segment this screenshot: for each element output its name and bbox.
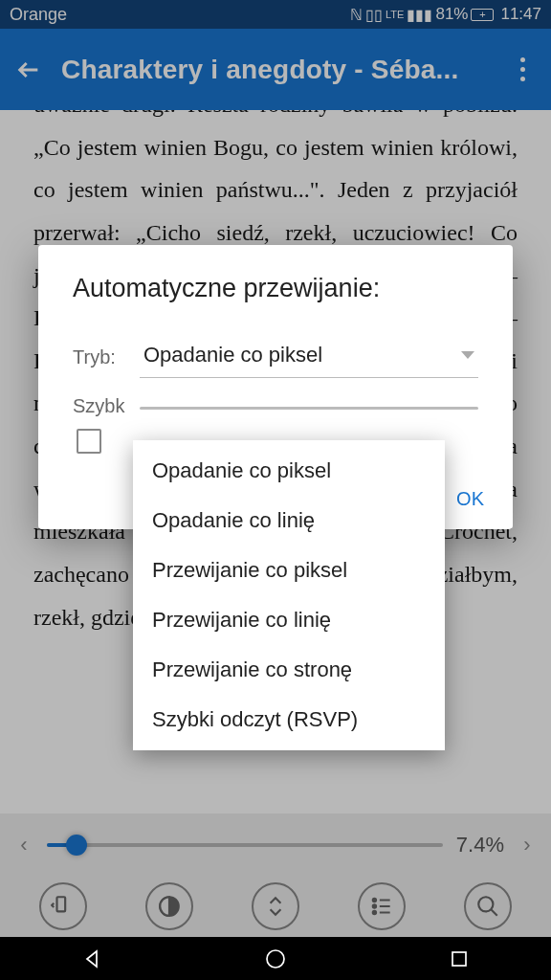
svg-rect-7 (452, 952, 466, 966)
nav-back-icon[interactable] (80, 947, 103, 970)
mode-dropdown: Opadanie co piksel Opadanie co linię Prz… (133, 440, 445, 750)
dropdown-option[interactable]: Opadanie co piksel (133, 446, 445, 496)
chevron-down-icon (461, 351, 474, 359)
speed-label: Szybk (73, 395, 140, 417)
speed-slider[interactable] (140, 407, 478, 410)
speed-row: Szybk (38, 395, 513, 429)
mode-row: Tryb: Opadanie co piksel (38, 337, 513, 395)
svg-point-6 (267, 950, 284, 968)
dropdown-option[interactable]: Opadanie co linię (133, 496, 445, 546)
system-nav (0, 937, 551, 980)
mode-value: Opadanie co piksel (143, 343, 322, 368)
ok-button[interactable]: OK (456, 488, 484, 510)
mode-select[interactable]: Opadanie co piksel (140, 337, 478, 378)
dropdown-option[interactable]: Przewijanie co linię (133, 595, 445, 645)
mode-label: Tryb: (73, 346, 140, 368)
dropdown-option[interactable]: Przewijanie co piksel (133, 546, 445, 595)
nav-recent-icon[interactable] (448, 947, 471, 970)
checkbox[interactable] (77, 429, 101, 454)
nav-home-icon[interactable] (264, 947, 287, 970)
dialog-title: Automatyczne przewijanie: (38, 274, 513, 337)
dropdown-option[interactable]: Szybki odczyt (RSVP) (133, 695, 445, 745)
modal-scrim-bottom[interactable] (0, 813, 551, 937)
dropdown-option[interactable]: Przewijanie co stronę (133, 645, 445, 695)
